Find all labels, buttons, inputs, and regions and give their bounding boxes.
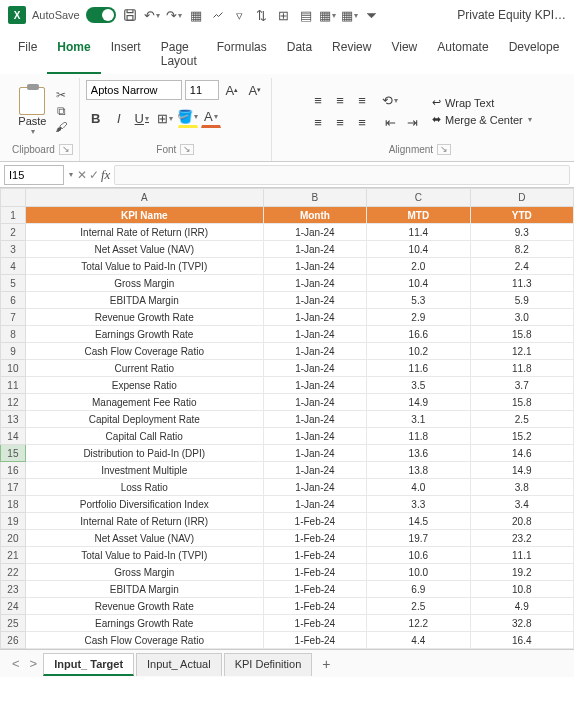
menu-tab-insert[interactable]: Insert bbox=[101, 34, 151, 74]
cell[interactable]: Earnings Growth Rate bbox=[25, 615, 263, 632]
menu-tab-home[interactable]: Home bbox=[47, 34, 100, 74]
cell[interactable]: 14.9 bbox=[470, 462, 573, 479]
enter-formula-icon[interactable]: ✓ bbox=[89, 168, 99, 182]
cell[interactable]: 1-Jan-24 bbox=[263, 411, 366, 428]
table-row[interactable]: 11Expense Ratio1-Jan-243.53.7 bbox=[1, 377, 574, 394]
row-header[interactable]: 20 bbox=[1, 530, 26, 547]
cell[interactable]: 4.9 bbox=[470, 598, 573, 615]
cell[interactable]: Distribution to Paid-In (DPI) bbox=[25, 445, 263, 462]
table-row[interactable]: 15Distribution to Paid-In (DPI)1-Jan-241… bbox=[1, 445, 574, 462]
name-box[interactable] bbox=[4, 165, 64, 185]
table-row[interactable]: 12Management Fee Ratio1-Jan-2414.915.8 bbox=[1, 394, 574, 411]
cell[interactable]: 3.7 bbox=[470, 377, 573, 394]
cell[interactable]: 1-Jan-24 bbox=[263, 394, 366, 411]
cell[interactable]: EBITDA Margin bbox=[25, 581, 263, 598]
cell[interactable]: 1-Jan-24 bbox=[263, 462, 366, 479]
cell[interactable]: 11.1 bbox=[470, 547, 573, 564]
font-name-select[interactable] bbox=[86, 80, 182, 100]
cell[interactable]: Current Ratio bbox=[25, 360, 263, 377]
table-row[interactable]: 16Investment Multiple1-Jan-2413.814.9 bbox=[1, 462, 574, 479]
cell[interactable]: 11.4 bbox=[367, 224, 470, 241]
sheet-nav-prev-icon[interactable]: < bbox=[8, 656, 24, 671]
cell[interactable]: Net Asset Value (NAV) bbox=[25, 530, 263, 547]
align-top-icon[interactable]: ≡ bbox=[308, 90, 328, 110]
header-cell[interactable]: YTD bbox=[470, 207, 573, 224]
header-cell[interactable]: KPI Name bbox=[25, 207, 263, 224]
align-middle-icon[interactable]: ≡ bbox=[330, 90, 350, 110]
cell[interactable]: 5.3 bbox=[367, 292, 470, 309]
cell[interactable]: 2.4 bbox=[470, 258, 573, 275]
cell[interactable]: Capital Deployment Rate bbox=[25, 411, 263, 428]
autosave-toggle[interactable] bbox=[86, 7, 116, 23]
cell[interactable]: 14.6 bbox=[470, 445, 573, 462]
cell[interactable]: 1-Jan-24 bbox=[263, 343, 366, 360]
cell[interactable]: 1-Feb-24 bbox=[263, 530, 366, 547]
row-header[interactable]: 6 bbox=[1, 292, 26, 309]
undo-icon[interactable]: ↶▾ bbox=[144, 7, 160, 23]
borders-button[interactable]: ⊞▾ bbox=[155, 108, 175, 128]
cell[interactable]: Internal Rate of Return (IRR) bbox=[25, 224, 263, 241]
cell[interactable]: 8.2 bbox=[470, 241, 573, 258]
row-header[interactable]: 10 bbox=[1, 360, 26, 377]
cell[interactable]: 3.8 bbox=[470, 479, 573, 496]
cell[interactable]: Investment Multiple bbox=[25, 462, 263, 479]
cell[interactable]: Gross Margin bbox=[25, 564, 263, 581]
header-cell[interactable]: MTD bbox=[367, 207, 470, 224]
row-header[interactable]: 14 bbox=[1, 428, 26, 445]
cell[interactable]: 1-Jan-24 bbox=[263, 258, 366, 275]
cell[interactable]: Revenue Growth Rate bbox=[25, 598, 263, 615]
cell[interactable]: 10.0 bbox=[367, 564, 470, 581]
row-header[interactable]: 7 bbox=[1, 309, 26, 326]
decrease-indent-icon[interactable]: ⇤ bbox=[380, 112, 400, 132]
row-header[interactable]: 2 bbox=[1, 224, 26, 241]
sheet-tab[interactable]: Input_ Target bbox=[43, 653, 134, 676]
cell[interactable]: 1-Feb-24 bbox=[263, 598, 366, 615]
cell[interactable]: 1-Jan-24 bbox=[263, 479, 366, 496]
row-header[interactable]: 15 bbox=[1, 445, 26, 462]
cell[interactable]: 1-Jan-24 bbox=[263, 377, 366, 394]
row-header[interactable]: 11 bbox=[1, 377, 26, 394]
formula-bar-input[interactable] bbox=[114, 165, 570, 185]
increase-indent-icon[interactable]: ⇥ bbox=[402, 112, 422, 132]
row-header[interactable]: 13 bbox=[1, 411, 26, 428]
menu-tab-develope[interactable]: Develope bbox=[499, 34, 570, 74]
qat-icon[interactable] bbox=[210, 7, 226, 23]
cut-icon[interactable]: ✂ bbox=[53, 88, 69, 102]
qat-icon[interactable]: ▤ bbox=[298, 7, 314, 23]
cell[interactable]: 4.0 bbox=[367, 479, 470, 496]
row-header[interactable]: 19 bbox=[1, 513, 26, 530]
sheet-tab[interactable]: Input_ Actual bbox=[136, 653, 222, 676]
table-row[interactable]: 17Loss Ratio1-Jan-244.03.8 bbox=[1, 479, 574, 496]
cell[interactable]: 1-Jan-24 bbox=[263, 224, 366, 241]
italic-button[interactable]: I bbox=[109, 108, 129, 128]
cell[interactable]: Cash Flow Coverage Ratio bbox=[25, 632, 263, 649]
table-row[interactable]: 5Gross Margin1-Jan-2410.411.3 bbox=[1, 275, 574, 292]
table-row[interactable]: 13Capital Deployment Rate1-Jan-243.12.5 bbox=[1, 411, 574, 428]
table-row[interactable]: 24Revenue Growth Rate1-Feb-242.54.9 bbox=[1, 598, 574, 615]
table-row[interactable]: 2Internal Rate of Return (IRR)1-Jan-2411… bbox=[1, 224, 574, 241]
cell[interactable]: 1-Feb-24 bbox=[263, 513, 366, 530]
qat-filter-icon[interactable]: ▿ bbox=[232, 7, 248, 23]
table-row[interactable]: 8Earnings Growth Rate1-Jan-2416.615.8 bbox=[1, 326, 574, 343]
cell[interactable]: 13.8 bbox=[367, 462, 470, 479]
cell[interactable]: Portfolio Diversification Index bbox=[25, 496, 263, 513]
cell[interactable]: 10.4 bbox=[367, 275, 470, 292]
row-header[interactable]: 16 bbox=[1, 462, 26, 479]
cell[interactable]: 2.0 bbox=[367, 258, 470, 275]
cell[interactable]: 15.8 bbox=[470, 326, 573, 343]
cell[interactable]: 19.2 bbox=[470, 564, 573, 581]
cell[interactable]: Total Value to Paid-In (TVPI) bbox=[25, 258, 263, 275]
paste-button[interactable]: Paste ▾ bbox=[15, 87, 49, 136]
cell[interactable]: 1-Jan-24 bbox=[263, 428, 366, 445]
table-row[interactable]: 19Internal Rate of Return (IRR)1-Feb-241… bbox=[1, 513, 574, 530]
sheet-tab[interactable]: KPI Definition bbox=[224, 653, 313, 676]
cell[interactable]: EBITDA Margin bbox=[25, 292, 263, 309]
row-header[interactable]: 18 bbox=[1, 496, 26, 513]
row-header[interactable]: 5 bbox=[1, 275, 26, 292]
cell[interactable]: 10.4 bbox=[367, 241, 470, 258]
cell[interactable]: Gross Margin bbox=[25, 275, 263, 292]
cell[interactable]: 10.8 bbox=[470, 581, 573, 598]
table-row[interactable]: 10Current Ratio1-Jan-2411.611.8 bbox=[1, 360, 574, 377]
qat-overflow-icon[interactable]: ⏷ bbox=[364, 7, 380, 23]
cell[interactable]: 1-Feb-24 bbox=[263, 581, 366, 598]
